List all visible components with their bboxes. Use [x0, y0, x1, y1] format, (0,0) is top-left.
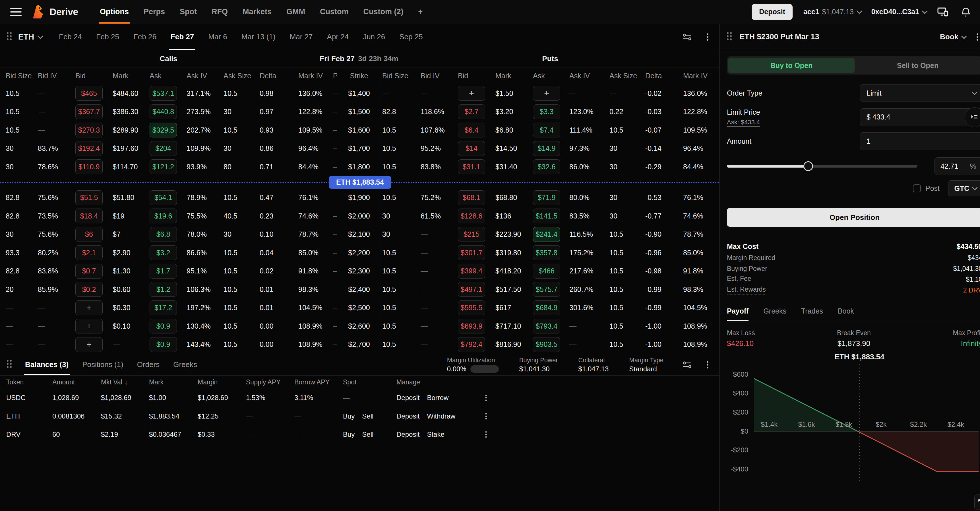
asset-selector[interactable]: ETH	[18, 32, 41, 41]
settings-sliders-icon[interactable]	[682, 359, 692, 370]
put-ask-button[interactable]: $71.9	[533, 190, 560, 205]
option-row[interactable]: 3078.6%$110.9$114.70$121.293.9%800.7184.…	[0, 158, 719, 176]
option-row[interactable]: 82.873.5%$18.4$19$19.675.5%40.50.2374.6%…	[0, 207, 719, 225]
put-ask-button[interactable]: $7.4	[533, 123, 560, 137]
detail-tab-greeks[interactable]: Greeks	[763, 307, 786, 321]
row-kebab-menu-icon[interactable]	[482, 430, 499, 439]
call-ask-button[interactable]: $0.9	[150, 337, 177, 352]
kebab-menu-icon[interactable]	[973, 32, 980, 42]
ask-hint[interactable]: Ask: $433.4	[727, 119, 760, 126]
row-kebab-menu-icon[interactable]	[482, 412, 499, 420]
row-kebab-menu-icon[interactable]	[482, 393, 499, 402]
buy-link[interactable]: Buy	[343, 430, 355, 438]
withdraw-link[interactable]: Withdraw	[427, 412, 455, 420]
nav-item-rfq[interactable]: RFQ	[204, 0, 235, 24]
nav-item-spot[interactable]: Spot	[172, 0, 204, 24]
deposit-link[interactable]: Deposit	[396, 430, 420, 438]
put-bid-button[interactable]: $215	[458, 227, 485, 242]
post-only-checkbox[interactable]	[913, 185, 921, 192]
expiry-tab-feb-26[interactable]: Feb 26	[126, 24, 164, 50]
drag-handle-icon[interactable]	[7, 360, 12, 369]
option-row[interactable]: 10.5—$270.3$289.90$329.5202.7%10.50.9310…	[0, 121, 719, 139]
put-bid-button[interactable]: $14	[458, 141, 485, 156]
put-bid-button[interactable]: $301.7	[458, 245, 485, 260]
call-bid-button[interactable]: +	[75, 337, 103, 352]
call-bid-button[interactable]: $110.9	[75, 159, 103, 174]
kebab-menu-icon[interactable]	[703, 32, 713, 42]
put-ask-button[interactable]: $14.9	[533, 141, 560, 156]
put-bid-button[interactable]: $2.7	[458, 104, 485, 119]
brand-logo[interactable]: Derive	[30, 4, 78, 20]
nav-item-custom[interactable]: Custom	[313, 0, 356, 24]
call-bid-button[interactable]: $465	[75, 86, 103, 101]
order-stat-label[interactable]: Est. Rewards	[727, 286, 766, 295]
option-row[interactable]: ——+$0.10$0.9130.4%10.50.00108.9%—$2,6001…	[0, 317, 719, 336]
amount-slider[interactable]	[727, 165, 918, 167]
portfolio-tab-positions-1[interactable]: Positions (1)	[75, 354, 130, 375]
call-bid-button[interactable]: +	[75, 319, 103, 333]
expiry-tab-feb-27[interactable]: Feb 27	[164, 24, 201, 50]
call-bid-button[interactable]: $192.4	[75, 141, 103, 156]
put-bid-button[interactable]: $693.9	[458, 319, 485, 333]
option-row[interactable]: 3083.7%$192.4$197.60$204109.9%300.8696.4…	[0, 139, 719, 158]
nav-item-[interactable]: +	[411, 0, 430, 24]
call-bid-button[interactable]: $18.4	[75, 209, 103, 223]
detail-tab-trades[interactable]: Trades	[801, 307, 823, 321]
detail-tab-payoff[interactable]: Payoff	[727, 307, 749, 321]
option-row[interactable]: ——+—$0.9143.4%10.50.00108.9%—$2,70010.5—…	[0, 336, 719, 354]
order-type-select[interactable]: Limit	[860, 84, 980, 102]
call-ask-button[interactable]: $54.1	[150, 190, 177, 205]
expiry-tab-feb-25[interactable]: Feb 25	[89, 24, 126, 50]
call-bid-button[interactable]: $0.7	[75, 264, 103, 279]
expiry-tab-sep-25[interactable]: Sep 25	[392, 24, 430, 50]
option-row[interactable]: 10.5—$465$484.60$537.1317.1%10.50.98136.…	[0, 84, 719, 103]
call-ask-button[interactable]: $1.7	[150, 264, 177, 279]
put-ask-button[interactable]: +	[533, 86, 560, 101]
option-row[interactable]: 3075.6%$6$7$6.878.0%300.1078.7%—$2,10030…	[0, 225, 719, 244]
balances-column-header[interactable]: Mkt Val↓	[101, 379, 149, 386]
option-row[interactable]: 10.5—$367.7$386.30$440.8273.5%300.97122.…	[0, 103, 719, 121]
put-ask-button[interactable]: $141.5	[533, 209, 560, 223]
put-bid-button[interactable]: +	[458, 86, 485, 101]
stake-link[interactable]: Stake	[427, 430, 444, 438]
expiry-tab-mar-6[interactable]: Mar 6	[201, 24, 234, 50]
put-bid-button[interactable]: $792.4	[458, 337, 485, 352]
call-ask-button[interactable]: $204	[150, 141, 177, 156]
call-ask-button[interactable]: $19.6	[150, 209, 177, 223]
put-ask-button[interactable]: $684.9	[533, 301, 560, 315]
kebab-menu-icon[interactable]	[703, 360, 713, 369]
side-tab-buy-to-open[interactable]: Buy to Open	[728, 58, 854, 73]
expiry-tab-feb-24[interactable]: Feb 24	[52, 24, 89, 50]
call-ask-button[interactable]: $329.5	[150, 123, 177, 137]
put-ask-button[interactable]: $357.8	[533, 245, 560, 260]
slider-percent-box[interactable]: 42.71 %	[934, 158, 980, 175]
call-ask-button[interactable]: $1.2	[150, 282, 177, 297]
buy-link[interactable]: Buy	[343, 412, 355, 420]
option-row[interactable]: ——+$0.30$17.2197.2%10.50.01104.5%—$2,500…	[0, 299, 719, 317]
put-bid-button[interactable]: $31.1	[458, 159, 485, 174]
wallet-selector[interactable]: 0xcD40...C3a1	[871, 8, 926, 16]
notifications-bell-icon[interactable]	[960, 6, 972, 18]
time-in-force-select[interactable]: GTC	[948, 180, 980, 196]
hamburger-menu-icon[interactable]	[10, 8, 22, 16]
side-tab-sell-to-open[interactable]: Sell to Open	[854, 58, 980, 73]
nav-item-perps[interactable]: Perps	[136, 0, 172, 24]
expand-chart-button[interactable]	[974, 495, 980, 510]
call-ask-button[interactable]: $440.8	[150, 104, 177, 119]
put-ask-button[interactable]: $575.7	[533, 282, 560, 297]
portfolio-tab-balances-3[interactable]: Balances (3)	[18, 354, 75, 375]
put-bid-button[interactable]: $497.1	[458, 282, 485, 297]
amount-input[interactable]	[860, 132, 980, 150]
option-row[interactable]: 82.883.8%$0.7$1.30$1.795.1%10.50.0291.8%…	[0, 262, 719, 280]
nav-item-markets[interactable]: Markets	[235, 0, 279, 24]
call-ask-button[interactable]: $3.2	[150, 245, 177, 260]
put-ask-button[interactable]: $903.5	[533, 337, 560, 352]
nav-item-options[interactable]: Options	[92, 0, 136, 24]
limit-price-input[interactable]	[860, 108, 980, 126]
deposit-link[interactable]: Deposit	[396, 412, 420, 420]
nav-item-custom-2[interactable]: Custom (2)	[356, 0, 411, 24]
nav-item-gmm[interactable]: GMM	[279, 0, 313, 24]
sell-link[interactable]: Sell	[362, 430, 374, 438]
detail-tab-book[interactable]: Book	[838, 307, 854, 321]
call-ask-button[interactable]: $537.1	[150, 86, 177, 101]
